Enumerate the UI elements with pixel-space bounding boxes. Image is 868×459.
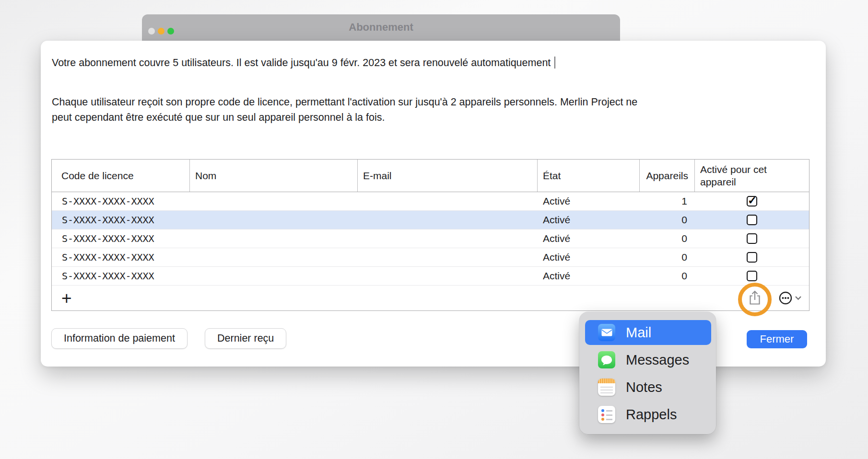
- table-row[interactable]: S-XXXX-XXXX-XXXX Activé 0: [52, 267, 809, 286]
- subscription-summary-field[interactable]: Votre abonnement couvre 5 utilisateurs. …: [52, 57, 800, 69]
- subscription-summary-text: Votre abonnement couvre 5 utilisateurs. …: [52, 57, 551, 69]
- messages-icon: [598, 351, 615, 368]
- devices-cell: 1: [640, 195, 695, 207]
- activated-checkbox[interactable]: [747, 215, 757, 225]
- share-menu: Mail Messages Notes Rappels: [579, 312, 716, 434]
- window-title: Abonnement: [142, 21, 620, 34]
- last-receipt-button[interactable]: Dernier reçu: [205, 328, 286, 349]
- status-cell: Activé: [538, 195, 640, 207]
- table-row[interactable]: S-XXXX-XXXX-XXXX Activé 0: [52, 248, 809, 267]
- reminders-icon: [598, 406, 615, 423]
- column-header-license-code[interactable]: Code de licence: [52, 160, 190, 192]
- license-table-header: Code de licence Nom E-mail État Appareil…: [52, 160, 809, 192]
- column-header-devices[interactable]: Appareils: [640, 160, 695, 192]
- status-cell: Activé: [538, 214, 640, 226]
- column-header-email[interactable]: E-mail: [358, 160, 538, 192]
- share-menu-item-label: Notes: [626, 379, 662, 395]
- add-license-button[interactable]: +: [61, 289, 72, 307]
- devices-cell: 0: [640, 214, 695, 226]
- license-code-cell: S-XXXX-XXXX-XXXX: [52, 214, 190, 226]
- share-menu-item-label: Mail: [626, 325, 651, 341]
- share-icon[interactable]: [747, 289, 763, 307]
- license-code-cell: S-XXXX-XXXX-XXXX: [52, 270, 190, 282]
- share-menu-item-notes[interactable]: Notes: [585, 375, 711, 400]
- license-table-body: S-XXXX-XXXX-XXXX Activé 1 S-XXXX-XXXX-XX…: [52, 192, 809, 286]
- activated-checkbox[interactable]: [747, 233, 757, 244]
- license-description: Chaque utilisateur reçoit son propre cod…: [52, 94, 809, 125]
- notes-icon: [598, 379, 615, 396]
- license-code-cell: S-XXXX-XXXX-XXXX: [52, 252, 190, 263]
- license-description-line1: Chaque utilisateur reçoit son propre cod…: [52, 94, 809, 110]
- license-description-line2: peut cependant être exécuté que sur un s…: [52, 110, 809, 125]
- mail-icon: [598, 324, 615, 341]
- envelope-glyph: [601, 329, 612, 336]
- share-menu-item-rappels[interactable]: Rappels: [585, 402, 711, 427]
- activated-checkbox[interactable]: [747, 196, 757, 207]
- column-header-name[interactable]: Nom: [190, 160, 358, 192]
- share-menu-item-mail[interactable]: Mail: [585, 320, 711, 345]
- license-code-cell: S-XXXX-XXXX-XXXX: [52, 195, 190, 207]
- payment-info-button[interactable]: Information de paiement: [51, 328, 188, 349]
- status-cell: Activé: [538, 233, 640, 244]
- license-code-cell: S-XXXX-XXXX-XXXX: [52, 233, 190, 244]
- devices-cell: 0: [640, 252, 695, 263]
- license-table: Code de licence Nom E-mail État Appareil…: [51, 159, 809, 311]
- table-row[interactable]: S-XXXX-XXXX-XXXX Activé 1: [52, 192, 809, 211]
- table-row[interactable]: S-XXXX-XXXX-XXXX Activé 0: [52, 230, 809, 248]
- activated-checkbox[interactable]: [747, 252, 757, 263]
- license-table-footer: +: [52, 286, 809, 310]
- devices-cell: 0: [640, 270, 695, 282]
- speech-bubble-glyph: [601, 355, 612, 366]
- activated-checkbox[interactable]: [747, 271, 757, 281]
- chevron-down-icon: [796, 297, 801, 299]
- table-row[interactable]: S-XXXX-XXXX-XXXX Activé 0: [52, 211, 809, 230]
- close-button[interactable]: Fermer: [747, 330, 807, 348]
- share-menu-item-messages[interactable]: Messages: [585, 347, 711, 372]
- share-menu-item-label: Rappels: [626, 407, 677, 423]
- devices-cell: 0: [640, 233, 695, 244]
- text-caret: [554, 57, 555, 69]
- status-cell: Activé: [538, 252, 640, 263]
- status-cell: Activé: [538, 270, 640, 282]
- share-menu-item-label: Messages: [626, 352, 689, 368]
- column-header-status[interactable]: État: [538, 160, 640, 192]
- more-options-button[interactable]: [778, 290, 802, 306]
- desktop-background: Abonnement Votre abonnement couvre 5 uti…: [0, 0, 868, 459]
- column-header-activated[interactable]: Activé pour cet appareil: [695, 160, 809, 192]
